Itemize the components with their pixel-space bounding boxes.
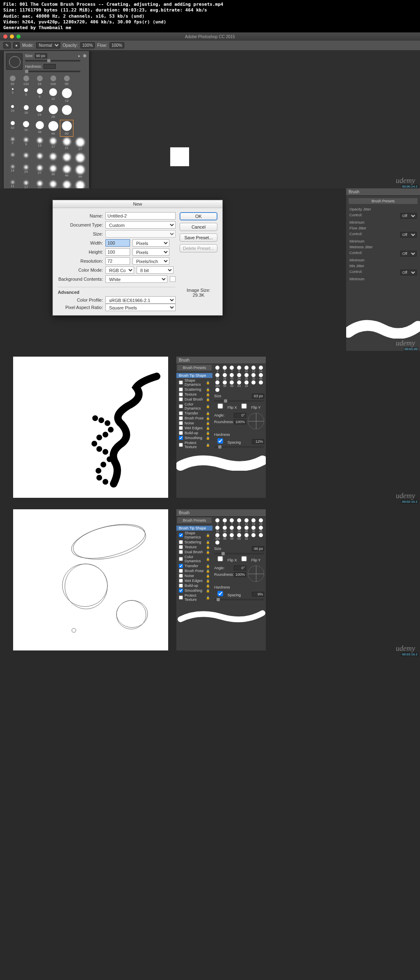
doctype-select[interactable]: Custom — [105, 221, 176, 229]
brush-tip-cell[interactable]: 63 — [236, 533, 243, 540]
res-input[interactable] — [105, 257, 130, 265]
lock-icon[interactable]: 🔒 — [206, 398, 210, 401]
close-icon[interactable] — [3, 34, 7, 39]
brush-tip-cell[interactable]: 16 — [214, 373, 221, 380]
brush-tip-shape-item[interactable]: Brush Tip Shape — [176, 526, 212, 531]
par-select[interactable]: Square Pixels — [105, 304, 176, 311]
lock-icon[interactable]: 🔒 — [206, 545, 210, 549]
brush-tip-cell[interactable]: 7 — [228, 366, 235, 373]
brush-preset-cell[interactable]: 16 — [6, 104, 19, 119]
flipy-checkbox[interactable] — [238, 403, 250, 409]
option-checkbox[interactable] — [179, 584, 183, 588]
angle-input[interactable] — [234, 413, 246, 418]
brush-preset-cell[interactable]: 9 — [20, 137, 32, 152]
size-slider[interactable] — [214, 400, 264, 402]
brush-tip-cell[interactable]: 9 — [236, 518, 243, 525]
brush-tip-cell[interactable]: 45 — [257, 526, 264, 533]
brush-preset-cell[interactable]: 90 — [60, 75, 73, 87]
brush-tip-cell[interactable]: 300 — [214, 380, 221, 387]
brush-tab[interactable]: Brush — [176, 357, 266, 364]
lock-icon[interactable]: 🔒 — [206, 388, 210, 392]
lock-icon[interactable]: 🔒 — [206, 534, 210, 537]
option-checkbox[interactable] — [179, 574, 183, 578]
height-unit-select[interactable]: Pixels — [132, 248, 169, 256]
traffic-lights[interactable] — [3, 34, 21, 39]
bg-color-swatch[interactable] — [170, 276, 176, 282]
brush-option-item[interactable]: Noise🔒 — [176, 573, 212, 578]
brush-preset-cell[interactable]: 13 — [33, 137, 46, 152]
option-checkbox[interactable] — [179, 436, 183, 440]
brush-presets-button[interactable]: Brush Presets — [349, 198, 418, 204]
width-input[interactable] — [105, 239, 130, 247]
lock-icon[interactable]: 🔒 — [206, 412, 210, 415]
brush-tip-cell[interactable]: 14 — [257, 518, 264, 525]
brush-preset-cell[interactable]: 5 — [6, 137, 19, 152]
canvas-area[interactable] — [13, 357, 168, 498]
control-select[interactable]: Off — [400, 232, 417, 238]
brush-tip-cell[interactable]: 60 — [228, 380, 235, 387]
option-checkbox[interactable] — [179, 540, 183, 544]
brush-option-item[interactable]: Color Dynamics🔒 — [176, 554, 212, 563]
lock-icon[interactable]: 🔒 — [206, 569, 210, 573]
brush-option-item[interactable]: Wet Edges🔒 — [176, 426, 212, 430]
lock-icon[interactable]: 🔒 — [206, 564, 210, 568]
option-checkbox[interactable] — [179, 380, 183, 385]
option-checkbox[interactable] — [179, 431, 183, 435]
flow-value[interactable]: 100% — [110, 42, 124, 48]
brush-preset-cell[interactable]: 28 — [47, 104, 59, 119]
brush-tip-cell[interactable]: 9 — [236, 366, 243, 373]
brush-tip-cell[interactable] — [214, 540, 221, 545]
brush-preset-cell[interactable]: 24 — [33, 104, 46, 119]
brush-tip-cell[interactable]: 18 — [221, 526, 228, 533]
brush-preset-cell[interactable]: 3 — [6, 87, 19, 103]
brush-presets-button[interactable]: Brush Presets — [177, 365, 212, 371]
flipy-checkbox[interactable] — [238, 556, 250, 561]
brush-preset-cell[interactable]: 48 — [47, 120, 59, 136]
brush-tip-cell[interactable]: 3 — [214, 366, 221, 373]
brush-preset-cell[interactable]: 24 — [33, 75, 46, 87]
option-checkbox[interactable] — [179, 426, 183, 430]
brush-preset-cell[interactable]: 24 — [20, 165, 32, 179]
brush-option-item[interactable]: Scattering🔒 — [176, 387, 212, 392]
brush-tip-cell[interactable] — [257, 380, 264, 387]
brush-option-item[interactable]: Build-up🔒 — [176, 430, 212, 435]
brush-tip-cell[interactable]: 10 — [243, 380, 250, 387]
brush-tip-cell[interactable]: 5 — [221, 366, 228, 373]
brush-preset-cell[interactable]: 9 — [33, 87, 46, 103]
brush-option-item[interactable]: Texture🔒 — [176, 545, 212, 550]
angle-widget[interactable] — [248, 566, 264, 582]
brush-preset-cell[interactable] — [60, 153, 73, 164]
brush-preset-cell[interactable]: 46 — [60, 165, 73, 179]
option-checkbox[interactable] — [179, 416, 183, 420]
cancel-button[interactable]: Cancel — [180, 223, 217, 231]
delete-preset-button[interactable]: Delete Preset... — [180, 244, 217, 252]
brush-preset-cell[interactable]: 17 — [47, 137, 59, 152]
cmode-select[interactable]: RGB Color — [105, 266, 134, 274]
brush-tip-cell[interactable]: 36 — [250, 373, 257, 380]
brush-preset-cell[interactable] — [74, 153, 87, 164]
brush-tip-cell[interactable]: 10 — [243, 533, 250, 540]
bg-select[interactable]: White — [105, 275, 167, 283]
brush-tip-cell[interactable]: 18 — [221, 373, 228, 380]
brush-option-item[interactable]: Dual Brush🔒 — [176, 550, 212, 554]
brush-tip-cell[interactable]: 13 — [250, 518, 257, 525]
hardness-slider[interactable] — [25, 71, 80, 72]
brush-tip-cell[interactable]: 55 — [228, 373, 235, 380]
size-slider[interactable] — [25, 60, 80, 62]
option-checkbox[interactable] — [179, 588, 183, 593]
brush-tip-cell[interactable] — [250, 533, 257, 540]
brush-tip-cell[interactable]: 63 — [236, 380, 243, 387]
brush-tip-cell[interactable]: 28 — [243, 373, 250, 380]
brush-preset-cell[interactable]: 36 — [20, 120, 32, 136]
control-select[interactable]: Off — [400, 213, 417, 219]
maximize-icon[interactable] — [16, 34, 21, 39]
profile-select[interactable]: sRGB IEC61966-2.1 — [105, 296, 176, 304]
brush-tip-cell[interactable]: 14 — [257, 366, 264, 373]
option-checkbox[interactable] — [179, 533, 183, 537]
option-checkbox[interactable] — [179, 397, 183, 401]
canvas-area[interactable] — [13, 509, 168, 650]
brush-preset-chip[interactable]: ● — [13, 42, 20, 48]
brush-option-item[interactable]: Shape Dynamics🔒 — [176, 531, 212, 540]
lock-icon[interactable]: 🔒 — [206, 589, 210, 593]
brush-tip-shape-item[interactable]: Brush Tip Shape — [176, 373, 212, 378]
